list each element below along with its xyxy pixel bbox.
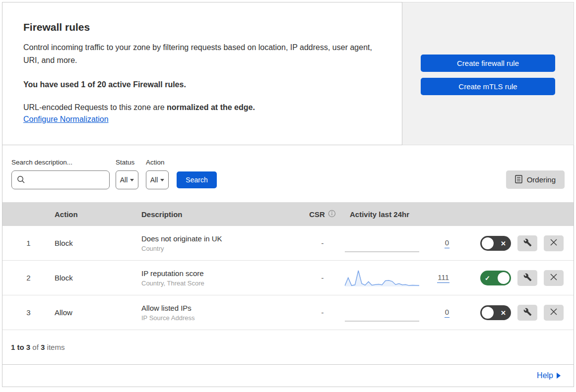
activity-count-link[interactable]: 0 bbox=[445, 238, 449, 248]
table-row: 2 Block IP reputation score Country, Thr… bbox=[2, 261, 574, 295]
rule-description-cell: IP reputation score Country, Threat Scor… bbox=[141, 269, 300, 287]
rule-enabled-toggle[interactable]: ✓ ✕ bbox=[480, 305, 511, 320]
rule-controls: ✓ ✕ bbox=[461, 270, 574, 286]
search-group: Search description... bbox=[11, 159, 110, 189]
delete-rule-button[interactable] bbox=[544, 270, 564, 286]
table-row: 3 Allow Allow listed IPs IP Source Addre… bbox=[2, 295, 574, 330]
rule-action: Block bbox=[55, 239, 141, 247]
usage-summary: You have used 1 of 20 active Firewall ru… bbox=[23, 80, 381, 89]
wrench-icon bbox=[523, 273, 532, 283]
table-row: 1 Block Does not originate in UK Country… bbox=[2, 226, 574, 261]
x-icon: ✕ bbox=[501, 239, 506, 247]
rule-priority: 2 bbox=[2, 274, 55, 282]
rule-fields: Country bbox=[141, 245, 300, 252]
delete-rule-button[interactable] bbox=[544, 305, 564, 321]
rule-enabled-toggle[interactable]: ✓ ✕ bbox=[480, 236, 511, 251]
rule-csr-value: - bbox=[300, 308, 345, 317]
search-button[interactable]: Search bbox=[177, 171, 217, 188]
page-description: Control incoming traffic to your zone by… bbox=[23, 41, 376, 67]
page-title: Firewall rules bbox=[23, 21, 381, 33]
delete-rule-button[interactable] bbox=[544, 235, 564, 251]
rule-description-cell: Does not originate in UK Country bbox=[141, 234, 300, 252]
filter-bar: Search description... Status All Action … bbox=[2, 145, 574, 202]
items-count-suffix: items bbox=[45, 343, 64, 351]
wrench-icon bbox=[523, 238, 532, 248]
chevron-right-icon bbox=[557, 373, 561, 379]
help-bar: Help bbox=[2, 364, 574, 387]
close-icon bbox=[550, 239, 557, 247]
action-filter-group: Action All bbox=[146, 159, 169, 189]
header-activity: Activity last 24hr bbox=[345, 210, 461, 219]
rule-enabled-toggle[interactable]: ✓ ✕ bbox=[480, 271, 511, 285]
rule-activity-cell: 0 bbox=[345, 234, 461, 253]
rule-description[interactable]: Allow listed IPs bbox=[141, 304, 300, 312]
rule-controls: ✓ ✕ bbox=[461, 305, 574, 321]
status-label: Status bbox=[116, 159, 138, 166]
toggle-knob bbox=[498, 272, 510, 284]
rule-fields: Country, Threat Score bbox=[141, 280, 300, 287]
rule-controls: ✓ ✕ bbox=[461, 235, 574, 251]
toggle-knob bbox=[482, 237, 494, 249]
activity-sparkline bbox=[345, 269, 419, 287]
search-label: Search description... bbox=[11, 159, 110, 166]
normalization-bold: normalized at the edge. bbox=[167, 103, 255, 112]
header-csr-label: CSR bbox=[309, 210, 325, 219]
header-csr: CSR bbox=[300, 210, 345, 219]
configure-normalization-link[interactable]: Configure Normalization bbox=[23, 115, 109, 124]
rule-description-cell: Allow listed IPs IP Source Address bbox=[141, 304, 300, 322]
edit-rule-button[interactable] bbox=[517, 305, 537, 321]
status-dropdown[interactable]: All bbox=[116, 170, 138, 189]
header-action: Action bbox=[55, 210, 141, 219]
ordering-button-label: Ordering bbox=[527, 175, 556, 184]
close-icon bbox=[550, 274, 557, 282]
ordering-button[interactable]: Ordering bbox=[506, 170, 565, 189]
rule-description[interactable]: IP reputation score bbox=[141, 269, 300, 278]
toggle-knob bbox=[482, 307, 494, 319]
help-link[interactable]: Help bbox=[537, 371, 561, 380]
search-icon bbox=[17, 175, 25, 186]
edit-rule-button[interactable] bbox=[517, 235, 537, 251]
activity-count-link[interactable]: 111 bbox=[437, 273, 449, 283]
rule-action: Block bbox=[55, 274, 141, 282]
search-input[interactable] bbox=[11, 170, 110, 189]
rule-csr-value: - bbox=[300, 239, 345, 247]
rule-action: Allow bbox=[55, 308, 141, 317]
items-count-mid: of bbox=[30, 343, 41, 351]
status-filter-group: Status All bbox=[116, 159, 138, 189]
list-document-icon bbox=[515, 175, 522, 185]
help-link-label: Help bbox=[537, 371, 553, 380]
items-count: 1 to 3 of 3 items bbox=[2, 330, 574, 364]
rule-activity-cell: 0 bbox=[345, 303, 461, 322]
action-label: Action bbox=[146, 159, 169, 166]
rule-activity-cell: 111 bbox=[345, 269, 461, 287]
status-dropdown-value: All bbox=[120, 176, 128, 184]
rule-description[interactable]: Does not originate in UK bbox=[141, 234, 300, 243]
rule-priority: 3 bbox=[2, 308, 55, 317]
top-section: Firewall rules Control incoming traffic … bbox=[2, 2, 574, 145]
search-field-wrap bbox=[11, 170, 110, 189]
cta-panel: Create firewall rule Create mTLS rule bbox=[402, 2, 574, 145]
create-mtls-rule-button[interactable]: Create mTLS rule bbox=[421, 78, 555, 95]
edit-rule-button[interactable] bbox=[517, 270, 537, 286]
info-circle-icon[interactable] bbox=[328, 210, 336, 219]
intro-card: Firewall rules Control incoming traffic … bbox=[2, 2, 402, 145]
wrench-icon bbox=[523, 308, 532, 318]
caret-down-icon bbox=[130, 179, 134, 181]
normalization-text: URL-encoded Requests to this zone are bbox=[23, 103, 167, 112]
header-description: Description bbox=[141, 210, 300, 219]
activity-count-link[interactable]: 0 bbox=[445, 308, 449, 318]
check-icon: ✓ bbox=[485, 274, 490, 281]
caret-down-icon bbox=[160, 179, 164, 181]
activity-sparkline bbox=[345, 303, 419, 322]
action-dropdown-value: All bbox=[150, 176, 158, 184]
activity-sparkline bbox=[345, 234, 419, 253]
create-firewall-rule-button[interactable]: Create firewall rule bbox=[421, 55, 555, 72]
rules-panel: Search description... Status All Action … bbox=[2, 145, 574, 365]
items-count-range: 1 to 3 bbox=[11, 343, 30, 351]
action-dropdown[interactable]: All bbox=[146, 170, 169, 189]
x-icon: ✕ bbox=[501, 309, 506, 316]
close-icon bbox=[550, 308, 557, 317]
rule-csr-value: - bbox=[300, 274, 345, 282]
normalization-note: URL-encoded Requests to this zone are no… bbox=[23, 103, 381, 112]
table-header: Action Description CSR Activity last 24h… bbox=[2, 202, 574, 226]
